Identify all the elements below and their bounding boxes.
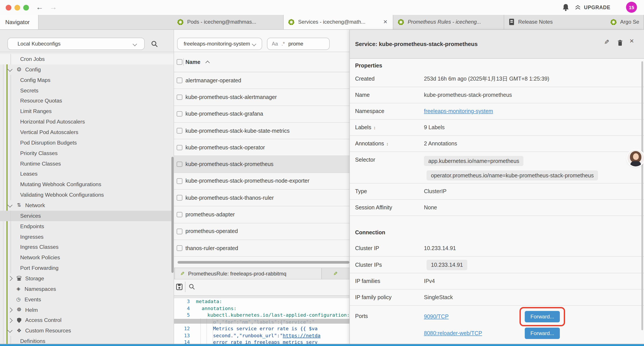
code-link[interactable]: https://netda <box>283 333 320 339</box>
kubeconfig-selector[interactable]: Local Kubeconfigs <box>8 37 145 50</box>
sidebar-item[interactable]: Validating Webhook Configurations <box>0 190 174 200</box>
bell-icon[interactable] <box>562 3 570 11</box>
row-checkbox[interactable] <box>177 178 182 184</box>
namespace-link[interactable]: freeleaps-monitoring-system <box>424 108 493 114</box>
table-row[interactable]: kube-prometheus-stack-operator <box>174 139 350 156</box>
sidebar-search-icon[interactable] <box>151 40 158 47</box>
tab[interactable]: Pods - icecheng@mathmas... <box>173 15 284 29</box>
editor-tab-partial[interactable]: ✎ <box>327 268 350 279</box>
table-row[interactable]: kube-prometheus-stack-grafana <box>174 106 350 123</box>
row-checkbox[interactable] <box>177 212 182 217</box>
row-checkbox[interactable] <box>177 94 182 100</box>
chevron-icon[interactable] <box>8 66 12 71</box>
sidebar-item[interactable]: Network <box>0 200 174 211</box>
sidebar-item[interactable]: Pod Disruption Budgets <box>0 137 174 148</box>
namespace-filter[interactable]: freeleaps-monitoring-system <box>177 37 262 50</box>
editor-tab[interactable]: ✎ PrometheusRule: freeleaps-prod-rabbitm… <box>174 268 322 279</box>
table-row[interactable]: alertmanager-operated <box>174 72 350 89</box>
table-row[interactable]: kube-prometheus-stack-kube-state-metrics <box>174 123 350 139</box>
row-checkbox[interactable] <box>177 111 182 117</box>
tab[interactable]: Release Notes <box>504 15 606 29</box>
close-tab-icon[interactable]: ✕ <box>382 19 388 25</box>
find-icon[interactable] <box>188 283 196 290</box>
sidebar-item[interactable]: Cron Jobs <box>0 54 174 64</box>
select-all-checkbox[interactable] <box>177 59 182 65</box>
sidebar-item[interactable]: Events <box>0 294 174 305</box>
sort-toggle-icon[interactable]: ↕ <box>386 141 388 146</box>
yaml-editor[interactable]: 3 metadata: 4 annotations: 5 kubectl.kub… <box>174 298 350 344</box>
close-window-button[interactable] <box>6 4 11 10</box>
sidebar-item[interactable]: Vertical Pod Autoscalers <box>0 127 174 137</box>
back-button[interactable]: ← <box>36 2 44 13</box>
sidebar-item[interactable]: Access Control <box>0 315 174 326</box>
table-row[interactable]: kube-prometheus-stack-prometheus <box>174 156 350 173</box>
row-checkbox[interactable] <box>177 162 182 167</box>
sidebar-item[interactable]: Ingresses <box>0 232 174 242</box>
sidebar-item[interactable]: Limit Ranges <box>0 106 174 117</box>
row-checkbox[interactable] <box>177 229 182 234</box>
sidebar-item[interactable]: Mutating Webhook Configurations <box>0 179 174 190</box>
sidebar-item[interactable]: Namespaces <box>0 284 174 294</box>
tab[interactable]: Services - icecheng@math... ✕ <box>284 15 393 29</box>
sidebar-item[interactable]: Horizontal Pod Autoscalers <box>0 116 174 127</box>
save-icon[interactable] <box>176 283 183 290</box>
delete-icon[interactable] <box>617 39 624 46</box>
selector-chip: operator.prometheus.io/name=kube-prometh… <box>426 170 598 180</box>
sidebar-item[interactable]: Endpoints <box>0 221 174 232</box>
name-column-header[interactable]: Name <box>186 59 200 65</box>
row-checkbox[interactable] <box>177 145 182 150</box>
row-checkbox[interactable] <box>177 246 182 251</box>
chevron-icon[interactable] <box>8 328 12 333</box>
sidebar-item[interactable]: Custom Resources <box>0 326 174 336</box>
table-row[interactable]: prometheus-adapter <box>174 207 350 223</box>
table-row[interactable]: prometheus-operated <box>174 223 350 240</box>
table-row[interactable]: thanos-ruler-operated <box>174 240 350 257</box>
sidebar-scrollbar[interactable] <box>172 157 174 273</box>
sidebar-item[interactable]: Leases <box>0 169 174 179</box>
sidebar-item[interactable]: Services <box>0 211 174 221</box>
list-search-input[interactable]: Aa .* prome <box>267 37 330 50</box>
port-link[interactable]: 8080:reloader-web/TCP <box>424 330 482 336</box>
maximize-window-button[interactable] <box>23 4 29 10</box>
chevron-icon[interactable] <box>8 202 12 207</box>
sidebar-item[interactable]: Config Maps <box>0 75 174 85</box>
minimize-window-button[interactable] <box>14 4 20 10</box>
sidebar-item[interactable]: Runtime Classes <box>0 158 174 169</box>
match-case-toggle[interactable]: Aa <box>272 41 278 46</box>
close-icon[interactable]: × <box>630 36 634 45</box>
sidebar-item[interactable]: Priority Classes <box>0 148 174 158</box>
sort-toggle-icon[interactable]: ↕ <box>374 125 376 130</box>
upgrade-button[interactable]: UPGRADE <box>574 4 610 11</box>
navigator-tab[interactable]: Navigator <box>0 15 38 29</box>
tab[interactable]: Argo Se <box>606 15 644 29</box>
notification-badge[interactable]: 15 <box>626 2 637 13</box>
sidebar-item[interactable]: Helm <box>0 305 174 315</box>
sidebar-item[interactable]: Secrets <box>0 85 174 96</box>
row-checkbox[interactable] <box>177 195 182 201</box>
chevron-icon[interactable] <box>8 308 12 312</box>
sidebar-item[interactable]: Port Forwarding <box>0 263 174 273</box>
sidebar-item[interactable]: Network Policies <box>0 253 174 263</box>
table-row[interactable]: kube-prometheus-stack-alertmanager <box>174 89 350 106</box>
chevron-icon[interactable] <box>8 318 12 323</box>
table-horizontal-scrollbar[interactable] <box>178 261 350 264</box>
sidebar-item[interactable]: Ingress Classes <box>0 242 174 253</box>
forward-button[interactable]: → <box>50 2 57 13</box>
editor-horizontal-scrollbar[interactable] <box>174 319 350 324</box>
sidebar-item[interactable]: Storage <box>0 273 174 284</box>
table-row[interactable]: kube-prometheus-stack-prometheus-node-ex… <box>174 173 350 190</box>
tab[interactable]: Prometheus Rules - icecheng... <box>393 15 504 29</box>
chevron-icon[interactable] <box>8 276 12 281</box>
sidebar-item[interactable]: Resource Quotas <box>0 96 174 106</box>
sidebar-item[interactable]: Config <box>0 64 174 75</box>
panel-scrollbar[interactable] <box>641 61 643 330</box>
regex-toggle[interactable]: .* <box>282 41 285 46</box>
table-row[interactable]: kube-prometheus-stack-thanos-ruler <box>174 190 350 207</box>
row-checkbox[interactable] <box>177 78 182 83</box>
avatar[interactable] <box>627 150 644 166</box>
forward-button[interactable]: Forward... <box>525 328 560 339</box>
port-link[interactable]: 9090/TCP <box>424 314 449 320</box>
row-checkbox[interactable] <box>177 128 182 134</box>
sort-ascending-icon[interactable] <box>206 60 210 65</box>
edit-icon[interactable]: ✎ <box>604 38 609 45</box>
